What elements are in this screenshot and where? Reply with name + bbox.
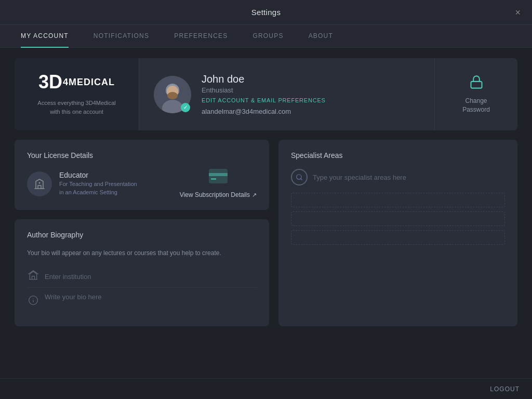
user-role: Enthusiast	[202, 86, 420, 94]
svg-point-6	[39, 182, 41, 183]
specialist-search-placeholder: Type your specialist areas here	[313, 174, 406, 181]
bio-row	[27, 288, 257, 315]
bio-description: Your bio will appear on any lectures or …	[27, 248, 257, 258]
bio-icon	[27, 295, 39, 308]
close-button[interactable]: ×	[513, 6, 523, 19]
license-description: For Teaching and Presentationin an Acade…	[59, 180, 137, 196]
bio-textarea[interactable]	[45, 292, 257, 311]
svg-rect-8	[209, 173, 228, 176]
logo-suffix: 4MEDICAL	[63, 77, 115, 88]
main-content: 3D 4MEDICAL Access everything 3D4Medical…	[0, 48, 532, 378]
logout-button[interactable]: LOGOUT	[490, 385, 520, 393]
profile-card: 3D 4MEDICAL Access everything 3D4Medical…	[15, 58, 517, 130]
brand-logo: 3D 4MEDICAL	[38, 73, 115, 91]
license-type: Educator	[59, 171, 137, 179]
license-left: Educator For Teaching and Presentationin…	[27, 171, 137, 196]
specialist-tag-row-1	[291, 193, 505, 207]
user-details: John doe Enthusiast EDIT ACCOUNT & EMAIL…	[202, 73, 420, 115]
brand-tagline: Access everything 3D4Medicalwith this on…	[37, 99, 115, 116]
tab-about[interactable]: ABOUT	[309, 25, 333, 48]
subscription-card-icon	[209, 169, 228, 187]
nav-tabs: MY ACCOUNT NOTIFICATIONS PREFERENCES GRO…	[0, 25, 532, 48]
author-biography-card: Author Biography Your bio will appear on…	[15, 219, 269, 326]
app-title: Settings	[251, 8, 281, 17]
footer: LOGOUT	[0, 378, 532, 399]
license-text: Educator For Teaching and Presentationin…	[59, 171, 137, 196]
edit-account-link[interactable]: EDIT ACCOUNT & EMAIL PREFERENCES	[202, 97, 420, 103]
user-name: John doe	[202, 73, 420, 85]
institution-row	[27, 266, 257, 288]
logo-3d: 3D	[38, 73, 62, 91]
view-subscription-button[interactable]: View Subscription Details ↗	[180, 169, 257, 198]
tab-preferences[interactable]: PREFERENCES	[174, 25, 228, 48]
specialist-search-row: Type your specialist areas here	[291, 169, 505, 185]
svg-rect-9	[211, 178, 216, 180]
svg-rect-5	[471, 82, 482, 88]
svg-point-4	[167, 92, 178, 99]
search-icon-circle	[291, 169, 308, 185]
license-row: Educator For Teaching and Presentationin…	[27, 169, 257, 198]
avatar-verified-badge: ✓	[181, 103, 190, 112]
two-column-section: Your License Details	[15, 140, 517, 326]
license-details-card: Your License Details	[15, 140, 269, 210]
institution-input[interactable]	[45, 273, 257, 281]
change-password-label: ChangePassword	[462, 97, 490, 114]
right-column: Specialist Areas Type your specialist ar…	[278, 140, 517, 326]
specialist-tag-row-3	[291, 230, 505, 245]
avatar-container: ✓	[154, 76, 191, 113]
specialist-tag-row-2	[291, 211, 505, 226]
specialist-areas-card: Specialist Areas Type your specialist ar…	[278, 140, 517, 326]
tab-notifications[interactable]: NOTIFICATIONS	[94, 25, 149, 48]
brand-panel: 3D 4MEDICAL Access everything 3D4Medical…	[15, 58, 139, 130]
institution-icon	[27, 270, 39, 283]
change-password-panel[interactable]: ChangePassword	[434, 58, 517, 130]
tab-my-account[interactable]: MY ACCOUNT	[21, 25, 69, 48]
lock-icon	[469, 75, 484, 92]
educator-icon	[27, 171, 52, 196]
title-bar: Settings ×	[0, 0, 532, 25]
specialist-tags-area	[291, 193, 505, 245]
user-info-panel: ✓ John doe Enthusiast EDIT ACCOUNT & EMA…	[139, 58, 434, 130]
author-biography-title: Author Biography	[27, 231, 257, 239]
tab-groups[interactable]: GROUPS	[252, 25, 283, 48]
specialist-areas-title: Specialist Areas	[291, 151, 505, 159]
license-details-title: Your License Details	[27, 151, 257, 159]
left-column: Your License Details	[15, 140, 269, 326]
external-link-icon: ↗	[252, 192, 257, 198]
user-email: alandelmar@3d4medical.com	[202, 108, 420, 115]
view-subscription-label: View Subscription Details ↗	[180, 191, 257, 198]
